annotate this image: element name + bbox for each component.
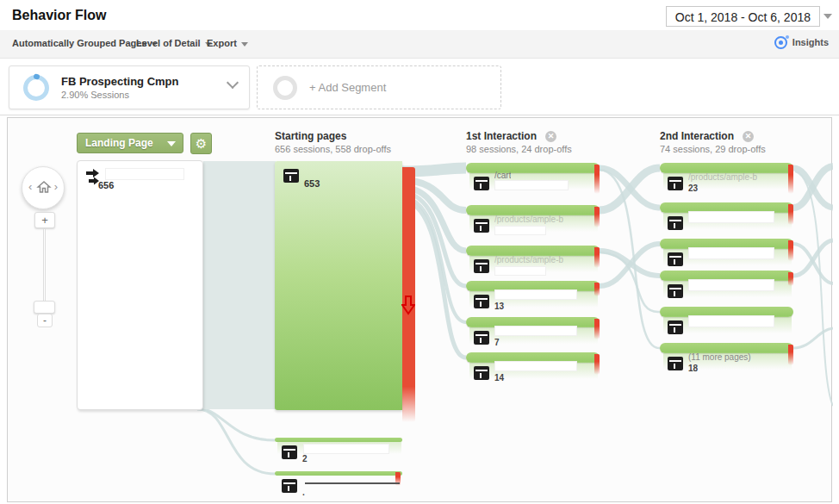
node-label: /products/ample-b [494,255,563,264]
chevron-down-icon [241,42,248,47]
first-interaction-node[interactable]: /products/ample-b [466,246,600,283]
date-range-text: Oct 1, 2018 - Oct 6, 2018 [675,10,811,24]
column-title: 2nd Interaction [660,130,734,142]
page-icon [668,357,683,370]
first-interaction-node[interactable]: /cart [466,163,600,201]
page-icon [474,259,489,273]
node-value: 23 [688,184,698,193]
second-interaction-node[interactable] [660,307,793,345]
page-icon [668,177,683,190]
chevron-down-icon[interactable] [227,77,239,89]
export-menu[interactable]: Export [207,38,248,48]
zoom-out-button[interactable]: - [37,314,53,327]
insights-label: Insights [792,37,829,47]
segment-name: FB Prospecting Cmpn [61,75,179,88]
toolbar: Automatically Grouped Pages Level of Det… [0,30,839,59]
pan-left-icon[interactable]: ‹ [28,180,32,193]
page-title: Behavior Flow [12,8,106,23]
redaction-box [306,166,392,177]
redaction-box [105,168,184,180]
insights-icon [774,36,787,49]
starting-pages-node[interactable]: 653 [275,161,402,410]
node-bar [275,471,402,476]
second-interaction-node[interactable] [660,271,793,308]
first-interaction-node[interactable]: /products/ample-b [466,205,600,243]
column-header-starting-pages: Starting pages 656 sessions, 558 drop-of… [275,130,391,154]
redaction-box [688,211,774,223]
dropoff-drip [594,354,600,375]
page-header: Behavior Flow Oct 1, 2018 - Oct 6, 2018 [0,0,839,30]
second-interaction-node[interactable] [660,202,793,240]
dropoff-drip [594,165,600,194]
first-interaction-node[interactable]: 14 [466,352,600,390]
settings-gear-button[interactable]: ⚙ [190,133,212,154]
level-of-detail-menu[interactable]: Level of Detail [136,38,212,48]
export-label: Export [207,38,237,48]
dropoff-drip [594,247,600,268]
redaction-box [688,279,774,291]
insights-button[interactable]: Insights [774,36,829,49]
second-interaction-node[interactable]: (11 more pages) 18 [660,343,793,381]
dropoff-drip [594,283,600,296]
redaction-box [303,444,389,454]
flow-navigation-control[interactable]: ‹ › [22,166,65,209]
page-icon [282,445,297,459]
page-icon [668,284,683,298]
dimension-selector[interactable]: Landing Page [77,133,183,153]
redaction-box [688,247,774,259]
column-title: Starting pages [275,130,391,142]
column-subtitle: 656 sessions, 558 drop-offs [275,144,391,154]
dimension-label: Landing Page [85,137,153,149]
node-value: 13 [494,302,504,311]
grouping-label: Automatically Grouped Pages [12,38,146,48]
zoom-slider-handle[interactable] [34,301,55,314]
zoom-slider-track[interactable] [43,228,46,302]
redacted-label-line [305,482,400,484]
zoom-in-button[interactable]: + [34,212,55,228]
dropoff-drip [788,272,793,286]
column-title: 1st Interaction [466,130,537,142]
home-icon[interactable] [36,179,52,198]
redaction-box [494,180,569,190]
node-label: /products/ample-b [494,215,563,224]
add-segment-button[interactable]: + Add Segment [257,65,501,109]
dropoff-drip [788,204,793,225]
segment-card[interactable]: FB Prospecting Cmpn 2.90% Sessions [9,65,250,109]
node-value: 656 [98,180,114,190]
node-value: 18 [688,364,698,373]
dropoff-drip [594,207,600,227]
add-segment-label: + Add Segment [309,81,386,94]
close-column-icon[interactable]: ✕ [545,131,556,142]
pan-right-icon[interactable]: › [54,180,58,193]
behavior-flow-canvas: Landing Page ⚙ ‹ › + - Starting pages 65… [7,117,832,502]
detail-label: Level of Detail [136,38,201,48]
landing-page-node[interactable]: 656 [77,160,203,410]
date-caret-icon[interactable] [823,14,832,19]
add-segment-circle-icon [273,76,297,100]
segment-donut-icon [23,75,49,101]
starting-extra-node[interactable]: 2 [275,438,402,472]
redaction-box [494,289,577,300]
segment-sessions: 2.90% Sessions [61,90,129,100]
first-interaction-node[interactable]: 13 [466,281,600,319]
second-interaction-node[interactable]: /products/ample-b 23 [660,163,793,201]
date-range-selector[interactable]: Oct 1, 2018 - Oct 6, 2018 [666,6,820,27]
node-value: 7 [494,338,500,347]
node-value: 653 [304,178,320,189]
dropoff-drip [788,345,793,365]
node-value: 14 [494,373,504,383]
dropoff-drip [594,319,600,339]
dropoff-arrow-icon [401,295,415,319]
page-icon [474,331,489,345]
first-interaction-node[interactable]: 7 [466,317,600,355]
redaction-box [494,326,577,336]
close-column-icon[interactable]: ✕ [743,131,754,142]
page-icon [668,252,683,266]
node-label: (11 more pages) [688,352,751,362]
column-subtitle: 74 sessions, 29 drop-offs [660,144,766,154]
page-icon [282,479,297,493]
dropoff-drip [788,240,793,261]
node-label: /products/ample-b [688,172,757,182]
redaction-box [494,361,577,371]
starting-extra-node[interactable]: . [275,471,402,504]
